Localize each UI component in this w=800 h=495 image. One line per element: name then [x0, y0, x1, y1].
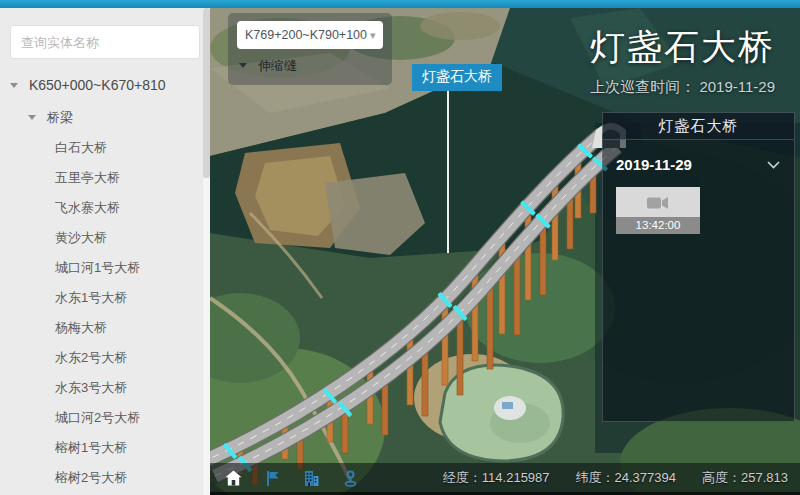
- tree-node-section[interactable]: K650+000~K670+810: [0, 69, 210, 100]
- search-input[interactable]: [10, 25, 200, 59]
- bridge-item[interactable]: 白石大桥: [0, 133, 210, 163]
- video-timestamp: 13:42:00: [616, 217, 700, 234]
- building-icon: [303, 470, 320, 486]
- tree-node-expansion-joint[interactable]: 伸缩缝: [237, 49, 383, 81]
- dropdown-caret-icon: ▾: [370, 29, 376, 42]
- bridge-item[interactable]: 水东3号大桥: [0, 373, 210, 403]
- longitude-readout: 经度：114.215987: [443, 469, 550, 487]
- last-patrol-date: 2019-11-29: [699, 78, 775, 95]
- station-range-value: K769+200~K790+100: [245, 28, 367, 42]
- last-patrol-label: 上次巡查时间：: [590, 78, 695, 95]
- inspection-panel: 灯盏石大桥 2019-11-29 13:42:00: [602, 112, 795, 422]
- flag-button[interactable]: [263, 469, 281, 487]
- top-accent-bar: [0, 0, 800, 8]
- tree-node-bridge-group[interactable]: 桥梁: [0, 100, 210, 133]
- camera-coordinates: 经度：114.215987 纬度：24.377394 高度：257.813: [443, 469, 788, 487]
- caret-down-icon: [28, 115, 36, 120]
- bridge-item[interactable]: 城口河1号大桥: [0, 253, 210, 283]
- video-camera-icon: [647, 196, 669, 210]
- bridge-item[interactable]: 水东1号大桥: [0, 283, 210, 313]
- station-range-select[interactable]: K769+200~K790+100 ▾: [237, 21, 383, 49]
- map-viewport[interactable]: 灯盏石大桥 K769+200~K790+100 ▾ 伸缩缝 灯盏石大桥 上次巡查…: [210, 8, 800, 495]
- video-thumbnail[interactable]: 13:42:00: [616, 187, 700, 234]
- sidebar-scrollbar[interactable]: [203, 8, 210, 495]
- entity-tree: K650+000~K670+810 桥梁 白石大桥 五里亭大桥 飞水寨大桥 黄沙…: [0, 69, 210, 493]
- location-pin-icon: [343, 470, 358, 487]
- sidebar: K650+000~K670+810 桥梁 白石大桥 五里亭大桥 飞水寨大桥 黄沙…: [0, 8, 210, 495]
- page-title: 灯盏石大桥: [590, 24, 775, 71]
- layer-node-label: 伸缩缝: [258, 58, 297, 73]
- bridge-item[interactable]: 水东2号大桥: [0, 343, 210, 373]
- bridge-label-leader-line: [447, 87, 449, 253]
- app-root: K650+000~K670+810 桥梁 白石大桥 五里亭大桥 飞水寨大桥 黄沙…: [0, 0, 800, 495]
- flag-icon: [265, 470, 280, 486]
- sidebar-scrollbar-thumb[interactable]: [203, 8, 210, 178]
- tree-root-label: K650+000~K670+810: [29, 77, 166, 93]
- title-block: 灯盏石大桥 上次巡查时间： 2019-11-29: [590, 24, 775, 97]
- bridge-item[interactable]: 黄沙大桥: [0, 223, 210, 253]
- last-patrol-time: 上次巡查时间： 2019-11-29: [590, 78, 775, 97]
- chevron-down-icon: [767, 161, 780, 169]
- inspection-date-row[interactable]: 2019-11-29: [603, 140, 794, 173]
- bridge-item[interactable]: 榕树1号大桥: [0, 433, 210, 463]
- tree-group-label: 桥梁: [47, 110, 73, 125]
- bridge-item[interactable]: 五里亭大桥: [0, 163, 210, 193]
- caret-down-icon: [10, 83, 18, 88]
- caret-down-icon: [239, 63, 247, 68]
- bridge-map-label[interactable]: 灯盏石大桥: [412, 64, 502, 91]
- home-button[interactable]: [224, 469, 242, 487]
- bridge-item[interactable]: 榕树2号大桥: [0, 463, 210, 493]
- bridge-item[interactable]: 飞水寨大桥: [0, 193, 210, 223]
- altitude-readout: 高度：257.813: [702, 469, 788, 487]
- building-button[interactable]: [302, 469, 320, 487]
- home-icon: [225, 470, 242, 486]
- inspection-panel-title: 灯盏石大桥: [603, 113, 794, 140]
- latitude-readout: 纬度：24.377394: [576, 469, 676, 487]
- status-bar: 经度：114.215987 纬度：24.377394 高度：257.813: [210, 463, 800, 495]
- bridge-list: 白石大桥 五里亭大桥 飞水寨大桥 黄沙大桥 城口河1号大桥 水东1号大桥 杨梅大…: [0, 133, 210, 493]
- bridge-item[interactable]: 杨梅大桥: [0, 313, 210, 343]
- inspection-date: 2019-11-29: [616, 156, 692, 173]
- bridge-item[interactable]: 城口河2号大桥: [0, 403, 210, 433]
- location-pin-button[interactable]: [341, 469, 359, 487]
- station-filter-panel: K769+200~K790+100 ▾ 伸缩缝: [228, 13, 392, 85]
